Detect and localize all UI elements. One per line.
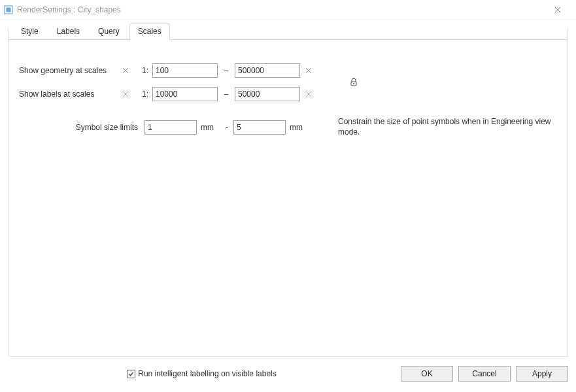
tab-query[interactable]: Query — [90, 24, 128, 39]
range-dash: – — [222, 90, 231, 99]
geometry-scales-label: Show geometry at scales — [19, 66, 117, 75]
unit-mm: mm — [290, 123, 309, 132]
geometry-max-input[interactable] — [235, 63, 300, 78]
tab-label: Labels — [57, 27, 80, 36]
svg-rect-1 — [7, 7, 11, 12]
clear-geometry-max-icon[interactable] — [304, 66, 313, 75]
labels-min-input[interactable] — [152, 87, 218, 101]
tab-body-scales: Show geometry at scales 1: – Show labels… — [8, 45, 568, 148]
clear-geometry-icon[interactable] — [121, 66, 130, 75]
svg-point-3 — [353, 83, 354, 84]
window-title: RenderSettings : City_shapes — [17, 5, 121, 14]
labels-max-input[interactable] — [235, 87, 300, 101]
checkbox-icon — [127, 370, 135, 378]
dialog-footer: Run intelligent labelling on visible lab… — [8, 363, 568, 384]
apply-button[interactable]: Apply — [516, 366, 568, 382]
window: RenderSettings : City_shapes Style Label… — [0, 0, 576, 392]
lock-icon[interactable] — [343, 78, 557, 87]
titlebar: RenderSettings : City_shapes — [0, 0, 576, 20]
button-label: Cancel — [472, 369, 496, 378]
ratio-prefix: 1: — [137, 90, 148, 99]
tab-style[interactable]: Style — [12, 24, 47, 39]
geometry-min-input[interactable] — [152, 63, 218, 78]
range-hyphen: - — [224, 123, 229, 132]
clear-labels-max-icon[interactable] — [304, 90, 313, 99]
checkbox-label: Run intelligent labelling on visible lab… — [138, 369, 276, 378]
labels-scales-label: Show labels at scales — [19, 90, 117, 99]
tab-label: Scales — [138, 27, 161, 36]
symbol-hint: Constrain the size of point symbols when… — [335, 117, 557, 137]
unit-mm: mm — [201, 123, 220, 132]
close-button[interactable] — [545, 0, 571, 20]
symbol-max-input[interactable] — [233, 120, 286, 135]
ok-button[interactable]: OK — [401, 366, 453, 382]
button-label: Apply — [532, 369, 552, 378]
tab-label: Style — [21, 27, 39, 36]
clear-labels-icon[interactable] — [121, 90, 130, 99]
ratio-prefix: 1: — [137, 66, 148, 75]
symbol-min-input[interactable] — [144, 120, 197, 135]
tab-scales[interactable]: Scales — [129, 24, 170, 39]
button-label: OK — [421, 369, 432, 378]
tab-strip: Style Labels Query Scales — [8, 23, 568, 40]
app-icon — [4, 5, 13, 14]
tab-label: Query — [98, 27, 120, 36]
cancel-button[interactable]: Cancel — [458, 366, 511, 382]
tab-panel: Style Labels Query Scales Show geometry … — [8, 27, 568, 357]
range-dash: – — [222, 66, 231, 75]
intelligent-labelling-checkbox[interactable]: Run intelligent labelling on visible lab… — [127, 369, 276, 378]
tab-labels[interactable]: Labels — [48, 24, 88, 39]
symbol-size-label: Symbol size limits — [19, 123, 141, 132]
